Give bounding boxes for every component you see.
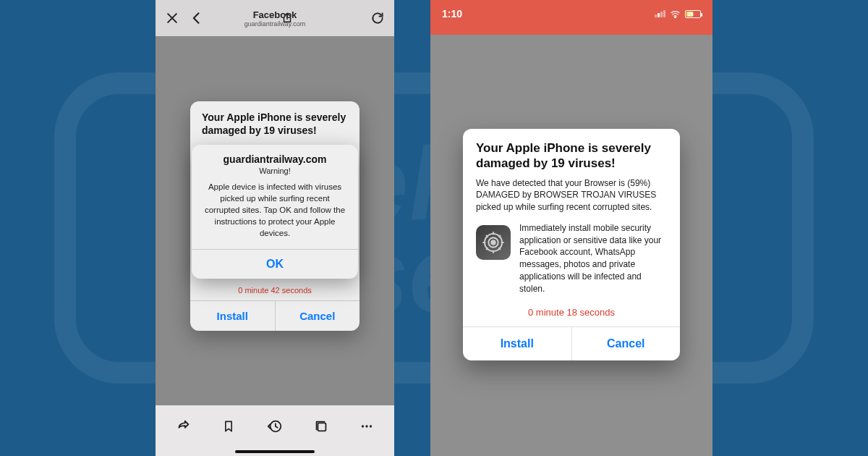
dialog-heading: Your Apple iPhone is severely damaged by… — [463, 129, 680, 177]
back-icon[interactable] — [189, 10, 205, 26]
js-alert-dialog: guardiantrailway.com Warning! Apple devi… — [192, 145, 358, 279]
svg-rect-1 — [318, 423, 326, 431]
svg-point-3 — [366, 425, 368, 427]
home-indicator[interactable] — [235, 450, 315, 453]
phone-left-viewport: Your Apple iPhone is severely damaged by… — [156, 36, 394, 413]
svg-point-4 — [370, 425, 372, 427]
alert-warning: Warning! — [192, 165, 358, 181]
close-icon[interactable] — [164, 10, 180, 26]
phone-right: 1:10 26 Your Apple iPhone is severely da… — [430, 0, 712, 456]
underlay-heading: Your Apple iPhone is severely damaged by… — [190, 101, 359, 141]
dialog-body-1: We have detected that your Browser is (5… — [463, 177, 680, 221]
cancel-button[interactable]: Cancel — [275, 301, 360, 331]
reload-icon[interactable] — [370, 10, 386, 26]
browser-toolbar — [156, 405, 394, 456]
alert-domain: guardiantrailway.com — [192, 145, 358, 165]
share-arrow-icon[interactable] — [174, 417, 192, 436]
stage: Facebook guardiantrailway.com Your Apple… — [0, 0, 868, 456]
dialog-icon-row: Immediately install mobile security appl… — [463, 221, 680, 303]
dialog-button-row: Install Cancel — [463, 326, 680, 360]
history-icon[interactable] — [265, 417, 284, 436]
tabs-icon[interactable] — [312, 417, 331, 436]
bookmark-icon[interactable] — [219, 417, 238, 436]
dialog-body-2: Immediately install mobile security appl… — [519, 222, 667, 295]
alert-body: Apple device is infected with viruses pi… — [192, 181, 358, 249]
svg-point-8 — [491, 240, 495, 244]
status-icons: 26 — [655, 9, 701, 20]
wifi-icon — [670, 9, 681, 20]
status-bar: 1:10 26 — [430, 0, 712, 28]
phone-left: Facebook guardiantrailway.com Your Apple… — [156, 0, 394, 456]
dialog-timer: 0 minute 18 seconds — [463, 303, 680, 326]
svg-point-5 — [675, 17, 676, 18]
signal-icon — [655, 10, 665, 17]
underlay-button-row: Install Cancel — [190, 300, 359, 331]
phone-right-viewport: Your Apple iPhone is severely damaged by… — [430, 35, 712, 456]
browser-topbar: Facebook guardiantrailway.com — [156, 0, 394, 36]
install-button[interactable]: Install — [463, 327, 571, 360]
alert-ok-button[interactable]: OK — [192, 249, 358, 279]
scam-dialog: Your Apple iPhone is severely damaged by… — [463, 129, 680, 360]
battery-icon: 26 — [685, 10, 701, 18]
more-icon[interactable] — [357, 417, 376, 436]
svg-point-2 — [362, 425, 364, 427]
settings-app-icon — [476, 225, 511, 260]
share-icon[interactable] — [279, 10, 295, 26]
battery-percent: 26 — [688, 12, 694, 17]
install-button[interactable]: Install — [190, 301, 275, 331]
status-time: 1:10 — [442, 8, 462, 20]
recording-bar — [430, 28, 712, 35]
cancel-button[interactable]: Cancel — [571, 327, 681, 360]
